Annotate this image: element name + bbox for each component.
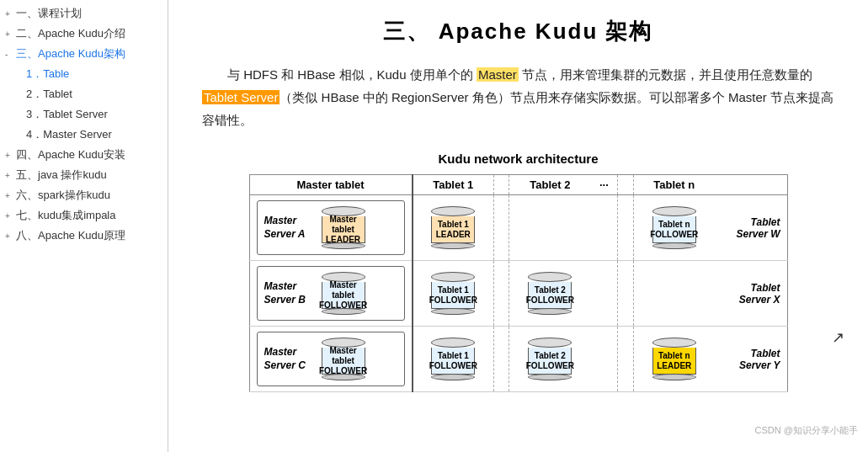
cylinder-follower: Master tabletFOLLOWER — [322, 338, 365, 380]
dots-cell-0 — [591, 195, 618, 261]
master-server-label-0: MasterServer A — [264, 215, 315, 241]
expand-icon[interactable]: + — [5, 231, 13, 241]
dots-cell-1 — [591, 261, 618, 327]
sidebar-item-label: 六、spark操作kudu — [16, 188, 110, 203]
sidebar-item-item-kudu-intro[interactable]: +二、Apache Kudu介绍 — [0, 24, 168, 44]
server-box-1: MasterServer BMaster tabletFOLLOWER — [257, 266, 405, 321]
main-content: 三、 Apache Kudu 架构 与 HDFS 和 HBase 相似，Kudu… — [168, 0, 868, 452]
sidebar-item-item-table[interactable]: 1．Table — [0, 64, 168, 84]
tablet-server-label-1: TabletServer X — [715, 261, 787, 327]
sidebar-item-label: 七、kudu集成impala — [16, 208, 116, 223]
sidebar-item-label: 二、Apache Kudu介绍 — [16, 26, 125, 41]
tablet1-cell-1: Tablet 1FOLLOWER — [413, 261, 494, 327]
master-server-cell-2: MasterServer CMaster tabletFOLLOWER — [249, 327, 413, 392]
diagram: Master tabletTablet 1Tablet 2···Tablet n… — [249, 174, 788, 392]
cylinder-leader-gold: Tablet nLEADER — [641, 338, 708, 380]
sidebar-item-item-kudu-install[interactable]: +四、Apache Kudu安装 — [0, 145, 168, 165]
header-tablet1: Tablet 1 — [413, 175, 494, 195]
tablet2-cell-1: Tablet 2FOLLOWER — [509, 261, 591, 327]
sidebar-item-item-tablet[interactable]: 2．Tablet — [0, 84, 168, 104]
sidebar: +一、课程计划+二、Apache Kudu介绍-三、Apache Kudu架构1… — [0, 0, 168, 452]
body-paragraph: 与 HDFS 和 HBase 相似，Kudu 使用单个的 Master 节点，用… — [202, 63, 834, 131]
sidebar-item-label: 1．Table — [26, 66, 69, 82]
diagram-container: Kudu network architecture Master tabletT… — [202, 152, 834, 392]
tabletn-cell-1 — [633, 261, 715, 327]
header-server-col — [715, 175, 787, 195]
tablet-server-highlight: Tablet Server — [202, 90, 280, 104]
diagram-title: Kudu network architecture — [438, 152, 598, 166]
page-title: 三、 Apache Kudu 架构 — [202, 17, 834, 46]
sidebar-item-item-tablet-server[interactable]: 3．Tablet Server — [0, 104, 168, 125]
tablet2-cell-0 — [509, 195, 591, 261]
tablet2-cell-2: Tablet 2FOLLOWER — [509, 327, 591, 392]
sidebar-item-item-kudu-arch[interactable]: -三、Apache Kudu架构 — [0, 44, 168, 64]
tablet-server-label-0: TabletServer W — [715, 195, 787, 261]
cylinder-leader: Tablet 1LEADER — [420, 206, 487, 249]
expand-icon[interactable]: + — [5, 191, 13, 200]
dots-cell-2 — [591, 327, 618, 392]
header-tablet2: Tablet 2 — [509, 175, 591, 195]
expand-icon[interactable]: + — [5, 9, 13, 19]
sidebar-item-item-java-kudu[interactable]: +五、java 操作kudu — [0, 165, 168, 185]
expand-icon[interactable]: - — [5, 50, 13, 59]
cylinder-follower: Tablet 2FOLLOWER — [516, 272, 583, 315]
cylinder-follower: Master tabletFOLLOWER — [322, 272, 365, 315]
tablet1-cell-2: Tablet 1FOLLOWER — [413, 327, 494, 392]
expand-icon[interactable]: + — [5, 151, 13, 160]
sidebar-item-label: 五、java 操作kudu — [16, 168, 107, 183]
header-tabletn: Tablet n — [633, 175, 715, 195]
master-server-cell-1: MasterServer BMaster tabletFOLLOWER — [249, 261, 413, 327]
tablet1-cell-0: Tablet 1LEADER — [413, 195, 494, 261]
tablet-server-label-2: TabletServer Y — [715, 327, 787, 392]
cylinder-follower: Tablet 1FOLLOWER — [420, 272, 487, 315]
cylinder-leader: Master tabletLEADER — [322, 206, 365, 249]
cylinder-follower: Tablet 2FOLLOWER — [516, 338, 583, 380]
master-server-label-2: MasterServer C — [264, 346, 315, 372]
sidebar-item-label: 三、Apache Kudu架构 — [16, 46, 125, 61]
sidebar-item-label: 八、Apache Kudu原理 — [16, 228, 125, 243]
header-dots: ··· — [591, 175, 618, 195]
expand-icon[interactable]: + — [5, 211, 13, 221]
tabletn-cell-0: Tablet nFOLLOWER — [633, 195, 715, 261]
sidebar-item-label: 4．Master Server — [26, 127, 112, 142]
sidebar-item-label: 3．Tablet Server — [26, 107, 108, 122]
sidebar-item-item-kudu-impala[interactable]: +七、kudu集成impala — [0, 205, 168, 226]
cylinder-follower: Tablet nFOLLOWER — [641, 206, 708, 249]
sidebar-item-label: 四、Apache Kudu安装 — [16, 147, 125, 162]
master-highlight: Master — [477, 67, 519, 82]
sidebar-item-item-master-server[interactable]: 4．Master Server — [0, 125, 168, 145]
diagram-row-1: MasterServer BMaster tabletFOLLOWERTable… — [249, 261, 787, 327]
diagram-row-2: MasterServer CMaster tabletFOLLOWERTable… — [249, 327, 787, 392]
header-master-tablet: Master tablet — [249, 175, 413, 195]
sidebar-item-item-spark-kudu[interactable]: +六、spark操作kudu — [0, 185, 168, 205]
server-box-2: MasterServer CMaster tabletFOLLOWER — [257, 332, 405, 386]
architecture-table: Master tabletTablet 1Tablet 2···Tablet n… — [249, 174, 788, 392]
cylinder-follower: Tablet 1FOLLOWER — [420, 338, 487, 380]
server-box-0: MasterServer AMaster tabletLEADER — [257, 200, 405, 255]
sidebar-item-item-kecheng[interactable]: +一、课程计划 — [0, 3, 168, 24]
sidebar-item-label: 一、课程计划 — [16, 6, 82, 21]
sidebar-item-label: 2．Tablet — [26, 87, 72, 102]
tabletn-cell-2: Tablet nLEADER — [633, 327, 715, 392]
master-server-label-1: MasterServer B — [264, 280, 315, 306]
master-server-cell-0: MasterServer AMaster tabletLEADER — [249, 195, 413, 261]
diagram-row-0: MasterServer AMaster tabletLEADERTablet … — [249, 195, 787, 261]
expand-icon[interactable]: + — [5, 171, 13, 180]
sidebar-item-item-kudu-principle[interactable]: +八、Apache Kudu原理 — [0, 226, 168, 246]
expand-icon[interactable]: + — [5, 29, 13, 39]
